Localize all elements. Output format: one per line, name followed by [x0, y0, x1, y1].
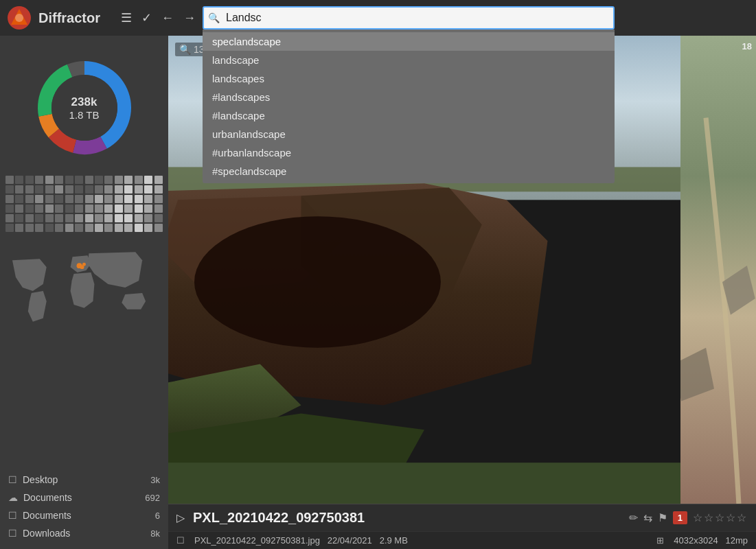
- right-strip-svg: [680, 36, 756, 504]
- search-suggestion[interactable]: landscape: [203, 51, 615, 69]
- search-wrapper: 🔍 speclandscapelandscapelandscapes#lands…: [203, 6, 615, 30]
- file-actions: ✏ ⇆ ⚑ 1 ☆☆☆☆☆: [629, 511, 748, 524]
- svg-rect-15: [168, 463, 680, 504]
- folder-item[interactable]: ☐Downloads8k: [0, 524, 168, 542]
- heatmap-cell: [144, 205, 152, 213]
- app-logo: [7, 5, 32, 30]
- heatmap-cell: [144, 195, 152, 203]
- heatmap-cell: [35, 214, 43, 222]
- heatmap-cell: [5, 185, 14, 194]
- sidebar: 238k 1.8 TB: [0, 36, 168, 549]
- heatmap-cell: [65, 185, 73, 194]
- folder-count: 8k: [150, 528, 160, 539]
- heatmap-cell: [95, 205, 103, 213]
- heatmap-cell: [75, 224, 83, 232]
- heatmap-cell: [75, 205, 83, 213]
- heatmap-cell: [15, 176, 23, 184]
- heatmap-cell: [135, 195, 143, 203]
- heatmap-cell: [104, 205, 113, 213]
- heatmap-cell: [55, 224, 63, 232]
- heatmap-cell: [115, 195, 123, 203]
- heatmap-cell: [115, 205, 123, 213]
- donut-label: 238k 1.8 TB: [69, 95, 100, 121]
- heatmap-cell: [104, 185, 113, 194]
- heatmap-cell: [55, 214, 63, 222]
- folder-item[interactable]: ☐Desktop3k: [0, 471, 168, 489]
- search-suggestion[interactable]: urbanlandscape: [203, 125, 615, 143]
- back-icon[interactable]: ←: [161, 11, 174, 25]
- heatmap-cell: [25, 195, 34, 203]
- heatmap-cell: [55, 205, 63, 213]
- heatmap-cell: [35, 176, 43, 184]
- dimensions-icon: ⊞: [656, 535, 664, 546]
- heatmap-cell: [144, 176, 152, 184]
- rating-badge[interactable]: 1: [673, 511, 687, 524]
- heatmap-cell: [25, 176, 34, 184]
- search-suggestion[interactable]: #landscapes: [203, 88, 615, 106]
- svg-point-6: [82, 263, 86, 266]
- heatmap-cell: [5, 214, 14, 222]
- folder-icon: ☁: [8, 492, 18, 503]
- folder-icon: ☐: [8, 528, 17, 539]
- heatmap-cell: [154, 195, 163, 203]
- search-suggestion[interactable]: #speclandscape: [203, 162, 615, 180]
- heatmap-cell: [85, 185, 93, 194]
- search-input[interactable]: [203, 6, 615, 30]
- search-dropdown: speclandscapelandscapelandscapes#landsca…: [203, 30, 615, 183]
- heatmap-cell: [135, 205, 143, 213]
- file-type-icon: ☐: [176, 535, 185, 546]
- check-icon[interactable]: ✓: [141, 10, 152, 25]
- search-suggestion[interactable]: landscapes: [203, 69, 615, 88]
- heatmap-cell: [65, 195, 73, 203]
- heatmap-cell: [55, 195, 63, 203]
- heatmap-cell: [104, 214, 113, 222]
- heatmap-cell: [75, 195, 83, 203]
- top-bar: Diffractor ☰ ✓ ← → 🔍 speclandscapelandsc…: [0, 0, 756, 36]
- right-strip-label: 18: [742, 41, 752, 51]
- flag-icon[interactable]: ⚑: [658, 511, 667, 524]
- chart-count: 238k: [69, 95, 100, 109]
- world-map: [5, 243, 163, 332]
- heatmap-cell: [15, 205, 23, 213]
- search-suggestion[interactable]: #landscape: [203, 106, 615, 125]
- heatmap-cell: [45, 176, 54, 184]
- heatmap-cell: [95, 195, 103, 203]
- folder-item[interactable]: ☐Documents6: [0, 506, 168, 524]
- edit-icon[interactable]: ✏: [629, 511, 638, 524]
- heatmap-cell: [124, 176, 133, 184]
- heatmap-cell: [135, 214, 143, 222]
- folder-icon: ☐: [8, 474, 17, 485]
- star-rating[interactable]: ☆☆☆☆☆: [693, 511, 748, 524]
- heatmap-cell: [144, 224, 152, 232]
- folder-list: ☐Desktop3k☁Documents692☐Documents6☐Downl…: [0, 465, 168, 542]
- folder-item[interactable]: ☁Documents692: [0, 489, 168, 506]
- heatmap-cell: [45, 205, 54, 213]
- heatmap-cell: [135, 224, 143, 232]
- heatmap-cell: [45, 185, 54, 194]
- heatmap-cell: [85, 176, 93, 184]
- folder-name: Documents: [23, 510, 155, 521]
- search-suggestion[interactable]: speclandscape: [203, 32, 615, 51]
- heatmap-cell: [45, 195, 54, 203]
- heatmap-grid: [5, 176, 163, 232]
- heatmap-cell: [45, 214, 54, 222]
- search-suggestion[interactable]: #urbanlandscape: [203, 143, 615, 162]
- link-icon[interactable]: ⇆: [643, 511, 652, 524]
- heatmap-cell: [124, 185, 133, 194]
- forward-icon[interactable]: →: [183, 11, 196, 25]
- heatmap-cell: [45, 224, 54, 232]
- heatmap-cell: [144, 214, 152, 222]
- heatmap-cell: [85, 195, 93, 203]
- app-title: Diffractor: [38, 10, 100, 26]
- heatmap-cell: [95, 176, 103, 184]
- heatmap-cell: [154, 185, 163, 194]
- heatmap-cell: [75, 214, 83, 222]
- heatmap-cell: [65, 205, 73, 213]
- heatmap-cell: [115, 185, 123, 194]
- toolbar-icons: ☰ ✓ ← →: [121, 10, 196, 25]
- folder-name: Documents: [23, 492, 145, 503]
- folder-name: Desktop: [23, 474, 150, 485]
- folder-count: 692: [145, 493, 160, 503]
- heatmap-cell: [5, 205, 14, 213]
- menu-icon[interactable]: ☰: [121, 10, 132, 25]
